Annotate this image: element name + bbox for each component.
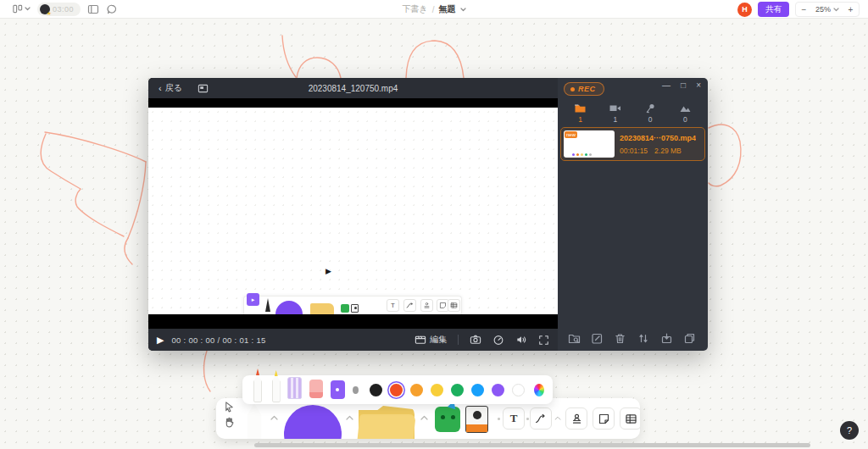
back-chevron-icon: ‹ xyxy=(159,84,162,92)
player-controls: ▶ 00 : 00 : 00 / 00 : 01 : 15 編集 xyxy=(148,329,558,351)
playback-speed-icon[interactable] xyxy=(492,334,504,346)
eraser-tool[interactable] xyxy=(309,380,323,398)
folder-tool-preview[interactable] xyxy=(359,406,415,439)
tab-audio[interactable]: 0 xyxy=(644,100,657,125)
stamp-tool-button[interactable] xyxy=(565,407,587,430)
minimize-button[interactable]: — xyxy=(662,80,670,90)
connector-tool-button[interactable] xyxy=(530,407,552,430)
timer-badge[interactable]: ★ 03:00 xyxy=(37,3,81,16)
connector-options-chevron[interactable] xyxy=(554,416,561,420)
rec-indicator: REC xyxy=(564,82,604,96)
stroke-size-selected[interactable] xyxy=(331,380,345,399)
recording-size: 2.29 MB xyxy=(654,147,682,155)
import-button[interactable] xyxy=(660,332,673,345)
playback-time: 00 : 00 : 00 / 00 : 01 : 15 xyxy=(171,335,265,345)
color-swatch-black[interactable] xyxy=(370,384,382,396)
recorder-window: ‹ 戻る 20230814_120750.mp4 ▶ ▸ T xyxy=(148,78,708,351)
pen-options-chevron[interactable] xyxy=(270,415,278,420)
picture-in-picture-icon[interactable] xyxy=(198,83,209,94)
help-button[interactable]: ? xyxy=(840,421,859,440)
microphone-icon xyxy=(644,102,657,114)
video-area[interactable]: ▶ ▸ T xyxy=(148,98,558,329)
top-bar: ★ 03:00 下書き / 無題 H 共有 − 25% + xyxy=(0,0,868,19)
hand-pan-tool[interactable] xyxy=(223,416,235,428)
folder-options-chevron[interactable] xyxy=(420,415,428,420)
avatar[interactable]: H xyxy=(737,3,752,17)
tab-recordings[interactable]: 1 xyxy=(574,100,587,125)
horizontal-scrollbar[interactable] xyxy=(254,443,810,447)
zoom-level-dropdown[interactable]: 25% xyxy=(812,5,843,14)
color-swatch-yellow[interactable] xyxy=(431,384,443,396)
video-camera-icon xyxy=(609,102,621,114)
mini-pen-tool xyxy=(265,298,270,312)
back-label: 戻る xyxy=(165,82,182,94)
recorder-panel: REC — □ × 1 1 0 xyxy=(558,78,708,351)
tab-camera[interactable]: 1 xyxy=(609,100,621,125)
tab-count: 0 xyxy=(683,115,687,124)
locate-file-button[interactable] xyxy=(568,332,581,345)
color-swatch-blue[interactable] xyxy=(471,384,484,396)
panel-footer-actions xyxy=(558,332,708,345)
close-button[interactable]: × xyxy=(696,80,701,90)
rename-button[interactable] xyxy=(591,332,604,345)
stroke-size-large[interactable] xyxy=(353,386,359,394)
pattern-brush-tool[interactable] xyxy=(287,377,301,399)
mini-text-tool: T xyxy=(387,299,399,312)
mini-table-tool xyxy=(448,299,460,312)
share-button[interactable]: 共有 xyxy=(758,2,789,17)
coin-icon: ★ xyxy=(40,4,50,14)
color-swatch-orange[interactable] xyxy=(410,384,423,396)
color-swatch-white[interactable] xyxy=(512,384,525,396)
mini-shape-tool xyxy=(275,301,303,314)
color-swatch-green[interactable] xyxy=(451,384,464,396)
maximize-button[interactable]: □ xyxy=(681,80,686,90)
zoom-level-value: 25% xyxy=(815,5,831,14)
highlighter-tool[interactable] xyxy=(270,369,281,402)
pen-tool[interactable] xyxy=(251,369,262,402)
zoom-in-button[interactable]: + xyxy=(843,5,859,14)
main-toolbar: T xyxy=(216,398,640,439)
pen-tool-preview[interactable] xyxy=(243,403,265,439)
video-player: ‹ 戻る 20230814_120750.mp4 ▶ ▸ T xyxy=(148,78,558,351)
fullscreen-icon[interactable] xyxy=(538,335,549,346)
mini-sticker xyxy=(341,304,349,313)
recording-duration: 00:01:15 xyxy=(620,147,648,155)
recording-thumbnail: new xyxy=(564,130,615,158)
document-title[interactable]: 無題 xyxy=(439,3,456,15)
mini-folder-tool xyxy=(310,303,334,314)
thumbnail-toolbar-preview xyxy=(572,153,592,156)
snapshot-camera-icon[interactable] xyxy=(470,334,481,346)
breadcrumb-draft: 下書き xyxy=(402,3,427,15)
sort-button[interactable] xyxy=(637,332,650,345)
rec-label: REC xyxy=(578,85,596,93)
edit-video-button[interactable]: 編集 xyxy=(415,334,447,346)
delete-button[interactable] xyxy=(614,332,626,345)
copy-list-button[interactable] xyxy=(683,332,696,345)
mini-connector-tool xyxy=(403,299,416,312)
main-menu-button[interactable] xyxy=(12,3,31,14)
volume-icon[interactable] xyxy=(515,334,527,346)
shape-tool-preview[interactable] xyxy=(284,405,342,439)
back-button[interactable]: ‹ 戻る xyxy=(148,82,182,94)
sticker-monster[interactable] xyxy=(435,407,460,432)
text-tool-button[interactable]: T xyxy=(503,407,525,430)
table-tool-button[interactable] xyxy=(620,407,640,430)
recording-list-item[interactable]: new 20230814···0750.mp4 00:01:15 2.29 MB xyxy=(560,127,705,161)
note-tool-button[interactable] xyxy=(593,407,615,430)
select-cursor-tool[interactable] xyxy=(223,401,235,413)
color-swatch-purple[interactable] xyxy=(492,384,504,396)
sticker-camera[interactable] xyxy=(465,406,488,433)
comments-button[interactable] xyxy=(106,3,118,15)
mini-camera-sticker xyxy=(351,304,359,313)
shape-options-chevron[interactable] xyxy=(346,415,353,420)
play-button[interactable]: ▶ xyxy=(157,335,164,346)
mini-cursor-tool: ▸ xyxy=(247,293,259,306)
pen-palette-popup xyxy=(242,375,553,404)
recorded-mini-toolbar: ▸ T xyxy=(243,296,462,314)
frames-panel-button[interactable] xyxy=(87,3,99,15)
color-swatch-red-selected[interactable] xyxy=(390,384,403,396)
rec-dot-icon xyxy=(570,87,575,91)
zoom-out-button[interactable]: − xyxy=(796,5,812,14)
tab-images[interactable]: 0 xyxy=(679,100,692,125)
color-wheel[interactable] xyxy=(534,384,544,396)
